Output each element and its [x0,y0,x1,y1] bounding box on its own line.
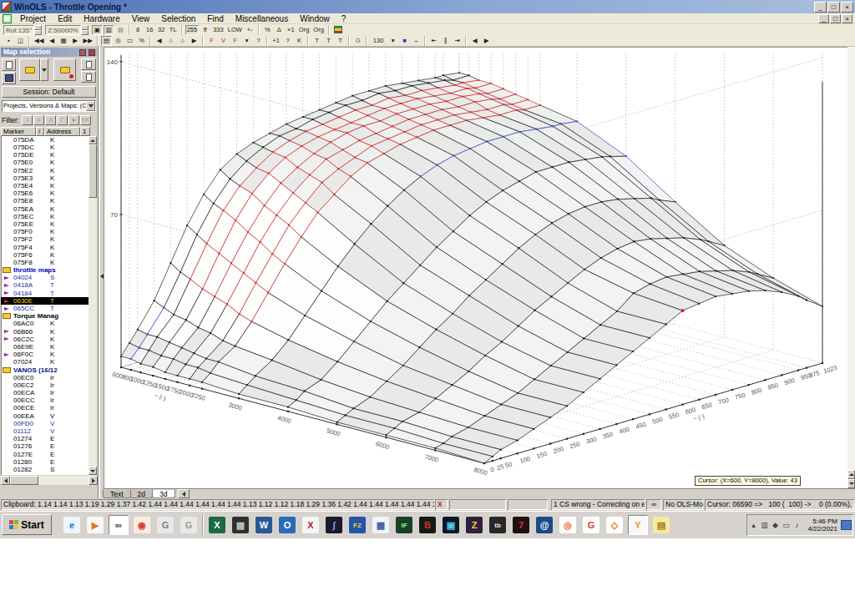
map-folder-row[interactable]: throttle maps [1,266,90,274]
filter-button-4[interactable]: Γ [57,115,68,125]
scroll-left-icon[interactable] [1,476,10,485]
child-window-icon[interactable] [3,14,12,23]
child-minimize-button[interactable]: _ [818,14,829,23]
relative-view-button[interactable]: % [136,36,147,46]
menu-edit[interactable]: Edit [52,13,78,24]
bits-16-button[interactable]: 16 [144,25,155,35]
thunderbird-icon[interactable]: @ [534,515,554,535]
panel-pin-button[interactable] [79,49,86,56]
cube-3d-icon[interactable]: ◇ [605,515,625,535]
project-properties-button[interactable]: ▪ [3,36,14,46]
map-address-row[interactable]: 075EEK [1,220,90,228]
hardware-tool-3-button[interactable]: T [335,36,346,46]
map-address-row[interactable]: 01276E [1,443,90,451]
map-address-row[interactable]: 06B66K [1,328,90,336]
taskbar-clock[interactable]: 5:46 PM 4/22/2021 [803,518,839,533]
map-address-row[interactable]: 075ECK [1,213,90,220]
menu-help[interactable]: ? [336,13,352,24]
map-folder-row[interactable]: Torque Manag [1,312,90,320]
zoom-preset-button[interactable]: 130 [370,36,387,46]
maximize-button[interactable]: □ [827,2,840,13]
menu-hardware[interactable]: Hardware [78,13,125,24]
view-lowhigh-button[interactable]: LOW [226,25,244,35]
map-address-row[interactable]: 06C2CK [1,336,90,343]
map-address-row[interactable]: 06F0CK [1,351,90,358]
tab-2d[interactable]: 2d [130,489,153,498]
view-value-button[interactable]: 333 [211,25,225,35]
list-vertical-scrollbar[interactable] [89,136,97,475]
view-factor-button[interactable]: ×1 [286,25,296,35]
tray-display-icon[interactable]: ▭ [782,521,791,529]
b-tool-icon[interactable]: B [417,515,438,535]
tab-3d[interactable]: 3d [152,489,175,498]
view-signed-button[interactable]: +- [245,25,255,35]
align-left-button[interactable]: ⇤ [428,36,439,46]
map-selection-toggle-button[interactable]: ▤ [101,36,112,46]
map-address-row[interactable]: 01274E [1,435,90,442]
tray-volume-icon[interactable]: ♪ [792,521,802,529]
tray-expand-icon[interactable]: ▴ [749,521,758,529]
map-address-row[interactable]: 00FD0V [1,420,90,427]
bits-float-button[interactable]: TL [168,25,179,35]
explorer-folder-icon[interactable]: ▤ [651,515,671,535]
marker-f-button[interactable]: F [206,36,217,46]
previous-version-button[interactable]: ◀ [47,36,58,46]
g-app-icon[interactable]: G [581,515,601,535]
gimp-2-icon[interactable]: G [179,515,199,535]
map-address-row[interactable]: 075E0K [1,159,90,167]
map-3d-view[interactable]: 7014060080010001250150017502000225030004… [104,47,855,498]
menu-project[interactable]: Project [14,13,52,24]
context-help-button[interactable]: ? [253,36,264,46]
map-folder-row[interactable]: VANOS (16/12 [1,366,90,374]
import-project-button[interactable] [53,58,76,81]
map-address-row[interactable]: 075E6K [1,189,90,197]
export-map-button[interactable] [81,71,96,83]
hscrollbar-thumb[interactable] [10,476,38,485]
combobox-dropdown-icon[interactable] [86,101,95,111]
open-project-button[interactable] [19,58,40,81]
zap-tool-icon[interactable]: Z [464,515,484,535]
zoom-down-icon[interactable] [81,30,89,35]
marker-f2-button[interactable]: F [230,36,240,46]
map-frame-button[interactable]: ▭ [124,36,135,46]
align-right-button[interactable]: ⇥ [452,36,463,46]
view-original-button[interactable]: Org [297,25,311,35]
last-version-button[interactable]: ▶▶ [82,36,95,46]
list-header-address[interactable]: Address [44,127,80,136]
winols-taskbar-icon[interactable]: ∞ [109,515,129,535]
map-address-row[interactable]: 00ECCIr [1,396,90,404]
tb-icon[interactable]: tb [488,515,508,535]
start-button[interactable]: Start [2,514,52,535]
filter-button-3[interactable]: Δ [45,115,56,125]
scroll-right-icon[interactable] [89,476,98,485]
map-address-row[interactable]: 075F4K [1,244,90,251]
menu-selection[interactable]: Selection [155,13,201,24]
menu-find[interactable]: Find [201,13,229,24]
chrome-icon[interactable]: ◉ [132,515,152,535]
map-address-row[interactable]: 01282S [1,466,90,473]
map-vertical-scrollbar[interactable] [847,47,855,488]
scroll-map-left-button[interactable]: ◀ [469,36,480,46]
marker-dropdown-button[interactable]: ▾ [241,36,252,46]
map-address-row[interactable]: 00ECAIr [1,389,90,396]
close-button[interactable]: × [841,2,853,13]
list-header-marker[interactable]: Marker [1,127,36,136]
what-is-this-button[interactable]: ? [282,36,293,46]
filter-button-2[interactable]: ≠ [33,115,44,125]
surface-plot[interactable]: 7014060080010001250150017502000225030004… [104,47,847,488]
list-header-1[interactable]: 1 [80,127,90,136]
map-address-row[interactable]: 0630ET [1,297,90,305]
map-address-row[interactable]: 0127EE [1,451,90,458]
cubes-icon[interactable]: ▣ [441,515,461,535]
list-horizontal-scrollbar[interactable] [1,476,98,485]
child-close-button[interactable]: × [842,14,852,23]
map-preview-button[interactable]: ◎ [113,36,124,46]
map-address-row[interactable]: 075F8K [1,259,90,266]
minimize-button[interactable]: _ [814,2,827,13]
word-icon[interactable]: W [254,515,274,535]
map-address-row[interactable]: 065CCT [1,305,90,312]
color-scale-button[interactable] [332,25,344,35]
calculator-icon[interactable]: ▦ [371,515,391,535]
filter-button-5[interactable]: ► [68,115,79,125]
bits-32-button[interactable]: 32 [156,25,167,35]
